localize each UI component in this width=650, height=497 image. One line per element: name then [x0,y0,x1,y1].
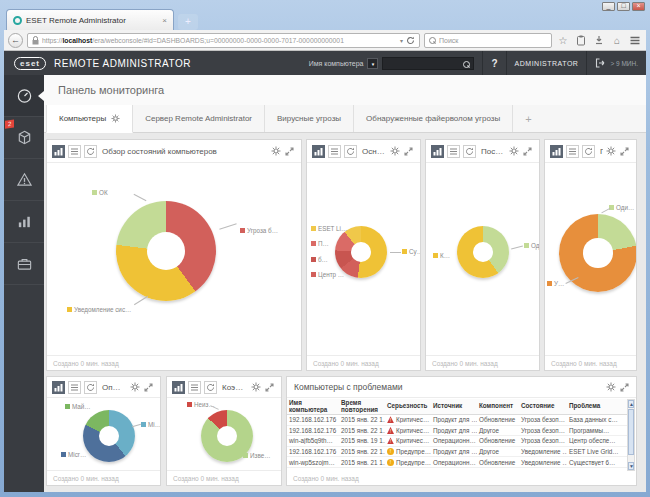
panel-settings-gear-icon[interactable] [509,146,520,156]
scrollbar-thumb[interactable] [628,409,634,455]
url-bar[interactable]: https://localhost/era/webconsole/#id=DAS… [27,33,420,48]
threats-warning-icon [16,171,33,188]
close-button[interactable]: × [632,2,645,11]
downloads-icon[interactable] [592,35,606,45]
panel-settings-gear-icon[interactable] [606,146,617,156]
dash-tab-firewall-threats[interactable]: Обнаруженные файерволом угрозы [354,105,513,132]
menu-icon[interactable] [628,36,642,45]
chart-view-button[interactable] [172,381,185,394]
eset-logo: eset [14,57,46,70]
browser-search-box[interactable]: Поиск [424,33,552,48]
eset-favicon [13,16,22,25]
panel-settings-gear-icon[interactable] [390,146,401,156]
bookmark-star-icon[interactable]: ☆ [556,35,570,46]
home-icon[interactable]: ⌂ [610,35,624,46]
panel-expand-icon[interactable] [523,147,534,156]
donut-chart[interactable] [83,410,135,462]
panel-footer: Создано 0 мин. назад [426,355,539,370]
panel-expand-icon[interactable] [404,147,415,156]
table-row[interactable]: win-ajfb5q9th…2015 янв. 19 1… !Критичес…… [287,436,627,447]
search-icon [429,37,436,44]
chart-view-button[interactable] [550,145,563,158]
add-dashboard-tab-button[interactable]: + [513,105,543,132]
header-search-input[interactable] [382,57,474,70]
panel-title: Основ… [360,147,387,156]
brand-title: REMOTE ADMINISTRATOR [54,58,191,69]
table-scrollbar[interactable]: ▲ ▼ [627,399,635,471]
table-view-button[interactable] [68,381,81,394]
panel-expand-icon[interactable] [144,383,155,392]
chart-type-button[interactable] [84,145,97,158]
chart-type-button[interactable] [582,145,595,158]
chart-label: Угроза б… [240,227,278,234]
sidebar-item-reports[interactable] [4,201,44,243]
panel-title: После… [479,147,506,156]
search-type-dropdown[interactable]: ▾ [367,58,378,69]
help-button[interactable]: ? [482,51,505,75]
chart-view-button[interactable] [312,145,325,158]
warning-icon: ! [387,459,394,466]
clipboard-icon[interactable] [574,35,588,46]
table-view-button[interactable] [188,381,201,394]
dash-tab-virus-threats[interactable]: Вирусные угрозы [265,105,354,132]
chart-view-button[interactable] [431,145,444,158]
reload-icon[interactable] [406,36,415,45]
panel-settings-gear-icon[interactable] [130,382,141,392]
sidebar-item-computers[interactable]: 2 [4,117,44,159]
panel-last-scan: После… К… Од… Создано 0 мин. назад [425,139,540,371]
browser-tabstrip: ESET Remote Administrator × + [6,7,590,30]
scroll-down-icon[interactable]: ▼ [628,462,634,470]
panel-title: Компьютеры с проблемами [292,382,603,392]
tab-close-icon[interactable]: × [162,16,167,25]
table-row[interactable]: 192.168.162.1762015 янв. 22 1… !Критичес… [287,415,627,426]
table-view-button[interactable] [447,145,460,158]
chart-label: У… [547,280,564,287]
browser-window: _ □ × ESET Remote Administrator × + ← ht… [0,0,650,497]
donut-chart[interactable] [457,226,509,278]
tab-settings-gear-icon[interactable] [111,114,120,123]
chart-label: Май… [65,403,91,410]
maximize-button[interactable]: □ [617,2,630,11]
panel-settings-gear-icon[interactable] [606,382,617,392]
session-timer: > 9 МИН. [610,60,638,67]
user-menu-button[interactable]: ADMINISTRATOR [506,51,587,75]
panel-main-statuses: Основ… ESET Li… П… б… Центр … Су… [306,139,421,371]
donut-chart[interactable] [116,201,216,301]
table-row[interactable]: 192.168.162.1762015 янв. 22 1… !Критичес… [287,426,627,437]
dash-tab-computers[interactable]: Компьютеры [46,105,133,133]
table-row[interactable]: 192.168.162.1762015 янв. 22 1… !Предупре… [287,447,627,458]
browser-tab[interactable]: ESET Remote Administrator × [6,9,174,30]
table-view-button[interactable] [328,145,341,158]
url-dropdown-icon[interactable]: ▾ [400,37,403,44]
panel-expand-icon[interactable] [265,383,276,392]
table-row[interactable]: win-wp5szojm…2015 янв. 21 1… !Предупре… … [287,457,627,468]
dash-tab-server[interactable]: Сервер Remote Administrator [133,105,265,132]
scroll-up-icon[interactable]: ▲ [628,400,634,408]
panel-settings-gear-icon[interactable] [271,146,282,156]
dashboard-content: Обзор состояний компьютеров ОК Угроза б…… [44,133,646,492]
chart-view-button[interactable] [52,145,65,158]
sidebar-item-threats[interactable] [4,159,44,201]
panel-title: Послед… [598,147,603,156]
sidebar-item-dashboard[interactable] [4,75,44,117]
chart-view-button[interactable] [52,381,65,394]
panel-footer: Создано 0 мин. назад [47,355,301,370]
logout-button[interactable]: > 9 МИН. [586,51,646,75]
chart-type-button[interactable] [204,381,217,394]
panel-expand-icon[interactable] [620,147,631,156]
chart-type-button[interactable] [344,145,357,158]
panel-expand-icon[interactable] [620,383,631,392]
table-view-button[interactable] [566,145,579,158]
back-button[interactable]: ← [8,33,23,48]
chart-type-button[interactable] [84,381,97,394]
chart-type-button[interactable] [463,145,476,158]
minimize-button[interactable]: _ [602,2,615,11]
chart-label: К… [433,252,450,259]
panel-expand-icon[interactable] [285,147,296,156]
table-view-button[interactable] [68,145,81,158]
sidebar-item-admin[interactable] [4,243,44,285]
chart-label: ESET Li… [311,225,347,232]
panel-settings-gear-icon[interactable] [251,382,262,392]
new-tab-button[interactable]: + [178,14,198,30]
browser-tab-title: ESET Remote Administrator [26,16,158,25]
